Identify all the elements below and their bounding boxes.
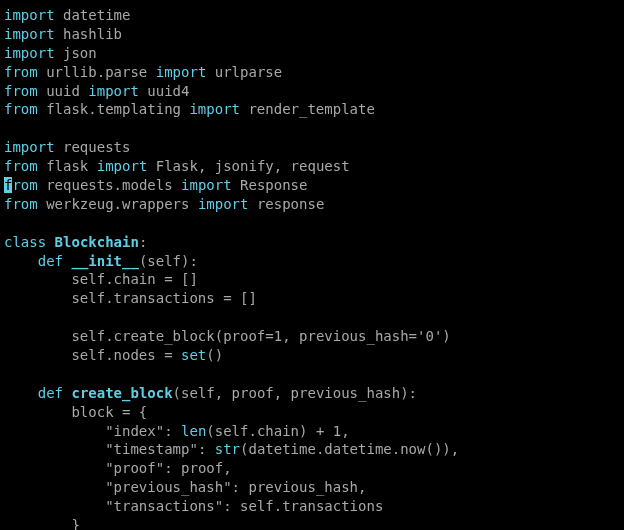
keyword: import [198,196,249,212]
builtin: len [181,423,206,439]
number: 1 [333,423,341,439]
code-line [4,120,12,136]
keyword: from [4,196,38,212]
code-line: import json [4,45,97,61]
keyword: import [181,177,232,193]
keyword: import [4,45,55,61]
code-line [4,366,12,382]
code-line: "previous_hash": previous_hash, [4,479,366,495]
code-text: urllib.parse [38,64,156,80]
indent [4,253,38,269]
code-line: def __init__(self): [4,253,198,269]
indent [4,479,105,495]
indent [4,441,105,457]
number: 1 [274,328,282,344]
code-line: "timestamp": str(datetime.datetime.now()… [4,441,459,457]
keyword: rom [12,177,37,193]
indent [4,347,71,363]
code-text: uuid [38,83,89,99]
code-line: import datetime [4,7,130,23]
keyword: import [4,7,55,23]
code-text: : previous_hash, [232,479,367,495]
indent [4,498,105,514]
blank-line [4,120,12,136]
code-line: self.create_block(proof=1, previous_hash… [4,328,451,344]
code-text: datetime [55,7,131,23]
class-name: Blockchain [55,234,139,250]
keyword: from [4,64,38,80]
string-key: "proof" [105,460,164,476]
code-text: self.transactions = [] [71,290,256,306]
keyword: import [156,64,207,80]
keyword: from [4,83,38,99]
string-key: "transactions" [105,498,223,514]
code-text: self.create_block(proof= [71,328,273,344]
keyword: def [38,253,63,269]
code-line: import hashlib [4,26,122,42]
code-text: : [164,423,181,439]
code-text: : [198,441,215,457]
blank-line [4,309,12,325]
indent [4,271,71,287]
keyword: import [189,101,240,117]
keyword: import [4,139,55,155]
code-text: } [71,517,79,530]
code-editor[interactable]: import datetime import hashlib import js… [0,0,624,530]
code-line: } [4,517,80,530]
code-text: ) [442,328,450,344]
function-name: create_block [71,385,172,401]
code-text: render_template [240,101,375,117]
code-text: self.nodes = [71,347,181,363]
code-text: : [139,234,147,250]
code-text: , [341,423,349,439]
keyword: class [4,234,46,250]
keyword: from [4,101,38,117]
code-line: from urllib.parse import urlparse [4,64,282,80]
code-line: from flask.templating import render_temp… [4,101,375,117]
string-key: "index" [105,423,164,439]
indent [4,423,105,439]
code-text: self.chain = [] [71,271,197,287]
code-line: from uuid import uuid4 [4,83,189,99]
blank-line [4,366,12,382]
code-line: import requests [4,139,130,155]
code-line [4,309,12,325]
string-key: "timestamp" [105,441,198,457]
keyword: import [88,83,139,99]
indent [4,385,38,401]
code-text: block = { [71,404,147,420]
keyword: from [4,158,38,174]
code-line: block = { [4,404,147,420]
indent [4,290,71,306]
code-line: "transactions": self.transactions [4,498,383,514]
indent [4,404,71,420]
string-key: "previous_hash" [105,479,231,495]
code-line: "proof": proof, [4,460,232,476]
builtin: str [215,441,240,457]
function-name: __init__ [71,253,138,269]
code-text: Flask, jsonify, request [147,158,349,174]
indent [4,460,105,476]
code-text: : self.transactions [223,498,383,514]
code-text: (self): [139,253,198,269]
code-text: uuid4 [139,83,190,99]
code-line: from requests.models import Response [4,177,307,193]
string: '0' [417,328,442,344]
keyword: import [97,158,148,174]
code-line: "index": len(self.chain) + 1, [4,423,350,439]
code-text: urlparse [206,64,282,80]
code-line: class Blockchain: [4,234,147,250]
code-line: def create_block(self, proof, previous_h… [4,385,417,401]
code-text: werkzeug.wrappers [38,196,198,212]
code-text: requests [55,139,131,155]
indent [4,517,71,530]
code-line: self.nodes = set() [4,347,223,363]
code-text: flask [38,158,97,174]
code-text: requests.models [38,177,181,193]
builtin: set [181,347,206,363]
blank-line [4,215,12,231]
code-text: () [206,347,223,363]
code-text [46,234,54,250]
code-line [4,215,12,231]
code-text: (self.chain) + [206,423,332,439]
